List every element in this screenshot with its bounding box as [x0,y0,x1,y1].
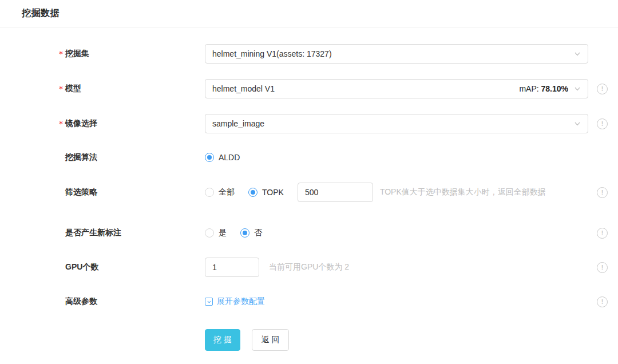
form-row-strategy: 筛选策略 全部 TOPK TOPK值大于选中数据集大小时，返回全部数据 [65,183,618,202]
new-annotation-label: 是否产生新标注 [65,228,121,237]
radio-aldd-label: ALDD [219,153,240,162]
radio-topk[interactable]: TOPK [248,188,284,197]
algorithm-label: 挖掘算法 [65,152,97,161]
form-row-gpu-count: GPU个数 当前可用GPU个数为 2 [65,258,618,277]
image-select[interactable]: sample_image [205,114,588,133]
mining-set-value: helmet_mining V1(assets: 17327) [212,49,574,58]
required-mark: * [59,84,63,93]
page-header: 挖掘数据 [0,0,618,19]
radio-button-icon[interactable] [205,188,214,197]
mining-form: *挖掘集 helmet_mining V1(assets: 17327) *模型… [0,27,618,351]
required-mark: * [59,49,63,58]
radio-button-icon[interactable] [205,153,214,162]
back-button[interactable]: 返 回 [252,329,289,351]
form-actions: 挖 掘 返 回 [205,329,618,351]
radio-all[interactable]: 全部 [205,187,235,197]
topk-input[interactable] [298,183,373,202]
radio-yes[interactable]: 是 [205,228,227,238]
form-row-new-annotation: 是否产生新标注 是 否 [65,223,618,243]
image-select-label: 镜像选择 [65,118,97,128]
form-row-model: *模型 helmet_model V1 mAP: 78.10% [65,79,618,98]
gpu-count-label: GPU个数 [65,262,98,271]
model-map-value: 78.10% [541,84,568,93]
info-icon[interactable] [597,118,608,129]
form-row-algorithm: 挖掘算法 ALDD [65,148,618,167]
radio-aldd[interactable]: ALDD [205,153,240,162]
gpu-hint: 当前可用GPU个数为 2 [269,262,349,272]
form-row-advanced: 高级参数 展开参数配置 [65,292,618,311]
page-title: 挖掘数据 [22,8,60,18]
mining-set-select[interactable]: helmet_mining V1(assets: 17327) [205,44,588,64]
mining-set-label: 挖掘集 [65,49,89,58]
radio-yes-label: 是 [219,228,227,238]
chevron-down-icon [574,120,581,127]
expand-advanced-label: 展开参数配置 [217,296,265,307]
caret-down-square-icon [205,298,213,306]
chevron-down-icon [574,85,581,92]
info-icon[interactable] [597,228,608,239]
radio-topk-label: TOPK [262,188,284,197]
topk-hint: TOPK值大于选中数据集大小时，返回全部数据 [380,187,546,197]
model-select[interactable]: helmet_model V1 mAP: 78.10% [205,79,588,98]
advanced-label: 高级参数 [65,296,97,306]
form-row-image-select: *镜像选择 sample_image [65,114,618,133]
info-icon[interactable] [597,296,608,307]
mine-button[interactable]: 挖 掘 [205,329,240,351]
chevron-down-icon [574,50,581,57]
model-label: 模型 [65,84,81,93]
strategy-label: 筛选策略 [65,187,97,196]
gpu-count-input[interactable] [205,258,259,277]
radio-button-icon[interactable] [248,188,258,197]
model-map-badge: mAP: 78.10% [519,84,568,93]
required-mark: * [59,119,63,128]
expand-advanced-link[interactable]: 展开参数配置 [205,296,265,307]
radio-button-icon[interactable] [205,228,214,238]
info-icon[interactable] [597,262,608,273]
info-icon[interactable] [597,84,608,94]
model-value: helmet_model V1 [212,84,519,93]
info-icon[interactable] [597,187,608,198]
image-select-value: sample_image [212,119,574,128]
form-row-mining-set: *挖掘集 helmet_mining V1(assets: 17327) [65,44,618,64]
radio-no-label: 否 [254,228,262,238]
radio-no[interactable]: 否 [240,228,262,238]
radio-all-label: 全部 [219,187,235,197]
radio-button-icon[interactable] [240,228,249,238]
